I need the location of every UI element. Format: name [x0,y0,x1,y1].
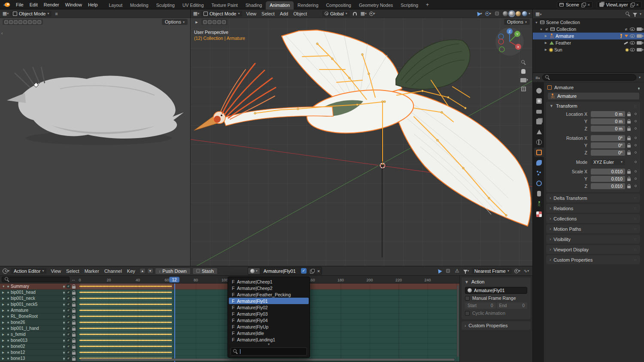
search-icon[interactable] [626,12,630,16]
solid-shading-icon[interactable] [509,11,514,16]
lock-icon[interactable] [627,145,631,148]
properties-tab-data[interactable] [534,199,544,208]
properties-tab-object[interactable] [534,148,544,157]
tab-scripting[interactable]: Scripting [397,1,422,9]
unlink-scene-icon[interactable]: × [587,3,590,7]
expand-arrow-icon[interactable]: ▶ [2,339,6,342]
animate-decorator-icon[interactable] [635,178,637,180]
value-field-mode[interactable]: XYZ Euler▾ [591,159,625,165]
pin-icon[interactable] [63,322,65,323]
expand-arrow-icon[interactable]: ▶ [2,303,6,306]
action-name-field[interactable]: Armature|Fly01 [260,268,299,275]
show-hidden-icon[interactable] [445,268,452,275]
expand-arrow-icon[interactable]: ▼ [539,28,543,31]
action-option-armature-fly01[interactable]: FArmature|Fly01 [229,298,309,304]
channel-rl-boneroot[interactable]: ▶RL_BoneRoot✓ [0,314,77,320]
section-relations[interactable]: ›Relations:: [546,204,640,213]
properties-tab-view-layer[interactable] [534,117,544,126]
lock-icon[interactable] [72,352,76,355]
push-down-button[interactable]: ↓ Push Down [155,268,191,275]
value-field-z[interactable]: 0.010 [591,183,625,189]
left-object-mode-select[interactable]: Object Mode ▾ [10,11,52,17]
tab-rendering[interactable]: Rendering [294,1,322,9]
editor-type-icon[interactable]: ≡▾ [535,75,540,80]
disable-render-camera-icon[interactable] [637,34,642,38]
lock-icon[interactable] [72,286,76,289]
editor-type-icon[interactable]: ▾ [3,268,9,275]
tab-uv-editing[interactable]: UV Editing [179,1,208,9]
animate-decorator-icon[interactable] [635,185,637,187]
tab-animation[interactable]: Animation [266,1,294,9]
channel-bone02[interactable]: ▶bone02✓ [0,344,77,350]
action-option-armature-landing1[interactable]: FArmature|Landing1 [229,336,309,343]
wireframe-shading-icon[interactable] [503,11,508,16]
action-option-armature-flyup[interactable]: FArmature|FlyUp [229,323,309,330]
channel-enable-checkbox[interactable]: ✓ [67,302,70,306]
custom-properties-panel[interactable]: › Custom Properties [462,321,531,330]
rendered-shading-icon[interactable] [522,11,527,16]
toolbar-collapse-icon[interactable]: ‹ [1,31,3,36]
expand-arrow-icon[interactable]: ▶ [2,351,6,354]
properties-tab-particles[interactable] [534,168,544,178]
lock-icon[interactable] [72,316,76,319]
tab-shading[interactable]: Shading [242,1,266,9]
sidebar-action-field[interactable]: Armature|Fly01 [465,287,527,294]
channel-enable-checkbox[interactable]: ✓ [67,356,70,360]
animate-decorator-icon[interactable] [635,144,637,146]
lock-icon[interactable] [72,358,76,361]
outliner-row-scene-collection[interactable]: ▼Scene Collection [533,19,644,26]
expand-arrow-icon[interactable]: ▶ [544,48,548,51]
channel-bone26[interactable]: ▶bone26✓ [0,320,77,326]
outliner-row-sun[interactable]: ▶Sun [533,46,644,53]
action-option-armature-cheep2[interactable]: FArmature|Cheep2 [229,285,309,291]
lock-icon[interactable] [72,292,76,295]
lock-icon[interactable] [72,298,76,301]
channel-enable-checkbox[interactable]: ✓ [67,350,70,354]
disable-render-camera-icon[interactable] [637,27,642,31]
transform-presets-icons[interactable] [3,19,43,25]
hide-viewport-eye-icon[interactable] [630,48,635,51]
filter-chevron-icon[interactable]: ▾ [639,75,641,79]
section-visibility[interactable]: ›Visibility:: [546,235,640,244]
properties-search-input[interactable] [542,74,636,81]
channel-summary[interactable]: ▼Summary✓ [0,284,77,290]
lock-icon[interactable] [72,322,76,325]
animate-decorator-icon[interactable] [635,127,637,130]
channel-bone13[interactable]: ▶bone13✓ [0,356,77,362]
lock-icon[interactable] [72,346,76,349]
channel-enable-checkbox[interactable]: ✓ [67,284,70,288]
remove-viewlayer-icon[interactable]: × [636,3,639,7]
action-option-armature-fly02[interactable]: FArmature|Fly02 [229,304,309,311]
properties-tab-output[interactable] [534,106,544,116]
viewport-scene[interactable] [191,9,532,266]
new-scene-icon[interactable] [581,3,585,7]
stash-button[interactable]: Stash [192,268,218,275]
proportional-editing-icon[interactable]: ▾ [514,268,521,275]
toggle-perspective-icon[interactable] [521,87,526,91]
tab-sculpting[interactable]: Sculpting [152,1,179,9]
channel-bip001-l-hand[interactable]: ▶bip001_l_hand✓ [0,326,77,332]
snap-magnet-icon[interactable] [352,10,358,17]
viewport-menu-select[interactable]: Select [259,11,277,16]
pin-icon[interactable] [63,334,65,335]
add-workspace-button[interactable]: + [423,2,432,8]
animate-decorator-icon[interactable] [635,137,637,139]
layer-prev-button[interactable]: ▴ [140,268,146,274]
vertical-scrollbar[interactable] [457,285,459,357]
pin-icon[interactable] [63,298,65,299]
lock-icon[interactable] [627,128,631,131]
hide-viewport-eye-icon[interactable] [630,27,635,31]
pin-icon[interactable] [63,310,65,311]
hamburger-menu-icon[interactable]: ≡ [53,10,60,17]
channel-enable-checkbox[interactable]: ✓ [67,296,70,300]
expand-arrow-icon[interactable]: ▶ [2,327,6,330]
fake-user-button[interactable]: ✓ [299,267,308,275]
pin-icon[interactable] [63,346,65,347]
start-frame-field[interactable]: Start 0 [465,302,496,309]
section-viewport-display[interactable]: ›Viewport Display:: [546,245,640,254]
value-field-location-x[interactable]: 0 m [591,111,625,117]
new-viewlayer-icon[interactable] [630,3,634,7]
outliner-row-armature[interactable]: ▶Armature [533,33,644,39]
action-option-armature-idle[interactable]: FArmature|Idle [229,330,309,336]
left-options-button[interactable]: Options ▾ [162,19,188,25]
